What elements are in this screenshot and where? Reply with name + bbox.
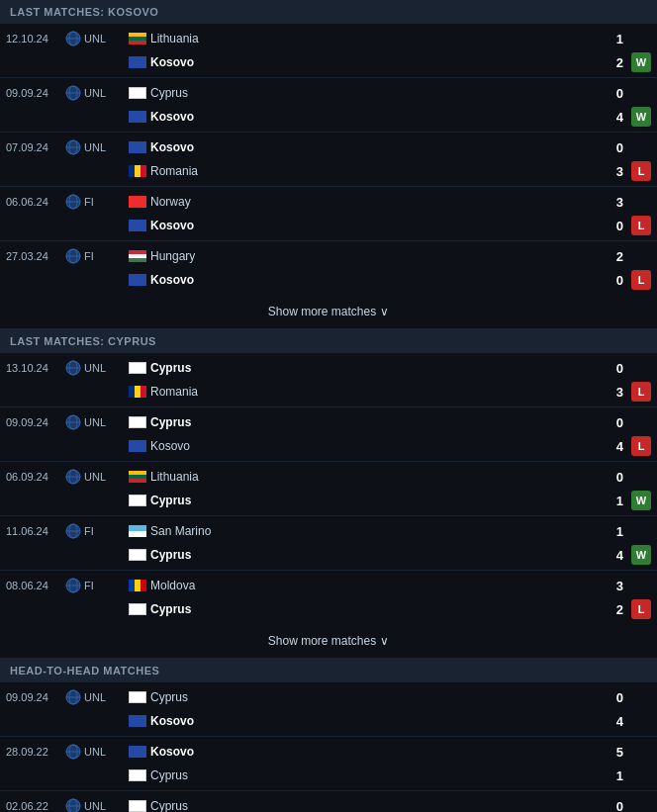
score-b: 4 [602, 439, 631, 454]
team-b-name: Cyprus [150, 768, 188, 782]
match-group-kosovo: 12.10.24 UNL Lithuania 1 Kosovo 2 W 09.0… [0, 24, 657, 295]
flag-xk [129, 141, 146, 153]
match-date: 11.06.24 [6, 525, 65, 537]
team-b-area: Kosovo [125, 110, 602, 124]
result-badge-spacer [631, 796, 651, 812]
match-pair: 09.09.24 UNL Cyprus 0 Kosovo 4 [0, 682, 657, 737]
match-row-team-a: 28.09.22 UNL Kosovo 5 [0, 737, 657, 764]
flag-no [129, 196, 146, 208]
score-b: 1 [602, 494, 631, 508]
match-row-team-b: Cyprus 2 L [0, 597, 657, 624]
team-b-name: Kosovo [150, 110, 194, 124]
competition-cell: UNL [65, 689, 125, 705]
team-a-area: San Marino [125, 524, 602, 538]
show-more-kosovo[interactable]: Show more matches∨ [0, 295, 657, 329]
team-a-area: Cyprus [125, 690, 602, 704]
show-more-cyprus[interactable]: Show more matches∨ [0, 624, 657, 659]
flag-cy [129, 800, 146, 812]
match-pair: 09.09.24 UNL Cyprus 0 Kosovo 4 W [0, 78, 657, 133]
team-b-name: Kosovo [150, 714, 194, 728]
team-b-name: Cyprus [150, 494, 191, 507]
team-a-area: Lithuania [125, 470, 602, 484]
competition-label: UNL [84, 141, 106, 153]
team-b-name: Cyprus [150, 602, 191, 616]
competition-cell: UNL [65, 360, 125, 376]
competition-globe-icon [65, 414, 81, 430]
match-row-team-a: 09.09.24 UNL Cyprus 0 [0, 407, 657, 434]
score-a: 0 [602, 140, 631, 155]
match-row-team-b: Cyprus 1 [0, 764, 657, 790]
competition-globe-icon [65, 744, 81, 760]
result-badge: L [631, 161, 651, 181]
match-pair: 06.09.24 UNL Lithuania 0 Cyprus 1 W [0, 462, 657, 516]
team-a-name: Kosovo [150, 140, 194, 154]
competition-label: FI [84, 196, 94, 208]
competition-globe-icon [65, 85, 81, 101]
competition-label: UNL [84, 746, 106, 758]
flag-cy [129, 87, 146, 99]
flag-xk [129, 220, 146, 231]
score-a: 2 [602, 249, 631, 264]
match-pair: 06.06.24 FI Norway 3 Kosovo 0 L [0, 187, 657, 241]
competition-cell: UNL [65, 469, 125, 485]
team-a-name: Lithuania [150, 32, 199, 45]
match-row-team-a: 06.06.24 FI Norway 3 [0, 187, 657, 214]
team-a-name: San Marino [150, 524, 211, 538]
flag-cy [129, 362, 146, 374]
match-row-team-b: Kosovo 0 L [0, 214, 657, 240]
competition-globe-icon [65, 194, 81, 210]
competition-cell: UNL [65, 414, 125, 430]
score-a: 0 [602, 415, 631, 430]
team-b-area: Kosovo [125, 55, 602, 69]
competition-label: UNL [84, 800, 106, 812]
competition-cell: UNL [65, 139, 125, 155]
match-pair: 28.09.22 UNL Kosovo 5 Cyprus 1 [0, 737, 657, 791]
match-pair: 07.09.24 UNL Kosovo 0 Romania 3 L [0, 133, 657, 187]
team-b-name: Romania [150, 164, 198, 178]
team-b-area: Romania [125, 164, 602, 178]
match-row-team-b: Kosovo 4 W [0, 105, 657, 132]
team-a-area: Hungary [125, 249, 602, 263]
match-date: 02.06.22 [6, 800, 65, 812]
team-a-area: Norway [125, 195, 602, 209]
score-b: 2 [602, 55, 631, 70]
flag-cy [129, 769, 146, 781]
result-badge [631, 711, 651, 731]
flag-xk [129, 715, 146, 727]
match-pair: 02.06.22 UNL Cyprus 0 Kosovo 2 [0, 791, 657, 812]
match-date: 27.03.24 [6, 250, 65, 262]
score-a: 0 [602, 86, 631, 101]
flag-ro [129, 386, 146, 398]
competition-label: FI [84, 580, 94, 591]
team-a-name: Cyprus [150, 690, 188, 704]
score-b: 3 [602, 164, 631, 179]
result-badge-spacer [631, 29, 651, 48]
team-a-area: Kosovo [125, 745, 602, 759]
result-badge: W [631, 52, 651, 72]
match-group-h2h: 09.09.24 UNL Cyprus 0 Kosovo 4 28.09.22 [0, 682, 657, 812]
match-row-team-b: Romania 3 L [0, 380, 657, 406]
team-a-area: Cyprus [125, 86, 602, 100]
flag-sm [129, 525, 146, 537]
score-a: 0 [602, 470, 631, 485]
team-b-area: Cyprus [125, 602, 602, 616]
result-badge: L [631, 436, 651, 456]
flag-cy [129, 603, 146, 615]
team-b-area: Kosovo [125, 219, 602, 232]
competition-label: UNL [84, 87, 106, 99]
match-date: 06.06.24 [6, 196, 65, 208]
result-badge-spacer [631, 192, 651, 212]
score-a: 0 [602, 799, 631, 813]
competition-cell: UNL [65, 85, 125, 101]
team-a-area: Moldova [125, 579, 602, 592]
section-header-kosovo: LAST MATCHES: KOSOVO [0, 0, 657, 24]
match-date: 09.09.24 [6, 87, 65, 99]
result-badge: L [631, 216, 651, 235]
team-b-area: Cyprus [125, 494, 602, 507]
match-row-team-a: 08.06.24 FI Moldova 3 [0, 571, 657, 597]
result-badge-spacer [631, 137, 651, 157]
match-pair: 09.09.24 UNL Cyprus 0 Kosovo 4 L [0, 407, 657, 462]
match-date: 06.09.24 [6, 471, 65, 483]
competition-cell: FI [65, 578, 125, 593]
match-row-team-a: 02.06.22 UNL Cyprus 0 [0, 791, 657, 812]
